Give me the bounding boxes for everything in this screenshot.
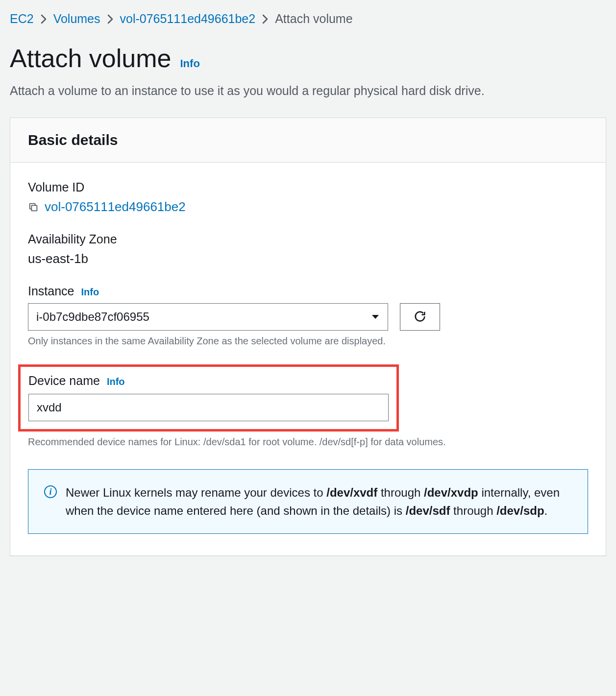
device-name-label: Device name — [28, 374, 100, 388]
instance-info-link[interactable]: Info — [81, 287, 99, 298]
info-callout: i Newer Linux kernels may rename your de… — [28, 469, 588, 534]
chevron-right-icon — [262, 14, 268, 24]
chevron-right-icon — [41, 14, 47, 24]
device-name-field: Device name Info Recommended device name… — [28, 364, 588, 448]
device-name-highlight: Device name Info — [18, 364, 399, 432]
volume-id-label: Volume ID — [28, 180, 588, 194]
copy-icon[interactable] — [28, 202, 39, 213]
basic-details-panel: Basic details Volume ID vol-0765111ed496… — [10, 118, 606, 556]
page-title-info-link[interactable]: Info — [180, 57, 200, 70]
availability-zone-label: Availability Zone — [28, 232, 588, 246]
refresh-icon — [413, 310, 427, 325]
breadcrumb-volumes[interactable]: Volumes — [53, 12, 100, 26]
panel-header: Basic details — [10, 118, 606, 163]
panel-title: Basic details — [28, 132, 588, 148]
svg-rect-0 — [31, 205, 37, 211]
page-title: Attach volume — [10, 44, 172, 73]
breadcrumb-current: Attach volume — [275, 12, 352, 26]
device-name-input[interactable] — [28, 394, 389, 421]
volume-id-field: Volume ID vol-0765111ed49661be2 — [28, 180, 588, 215]
instance-select[interactable] — [28, 303, 388, 331]
breadcrumb-ec2[interactable]: EC2 — [10, 12, 34, 26]
availability-zone-field: Availability Zone us-east-1b — [28, 232, 588, 266]
volume-id-value[interactable]: vol-0765111ed49661be2 — [45, 199, 186, 215]
refresh-button[interactable] — [400, 303, 440, 331]
breadcrumb-volume-id[interactable]: vol-0765111ed49661be2 — [120, 12, 256, 26]
instance-select-input[interactable] — [28, 303, 388, 331]
chevron-right-icon — [107, 14, 113, 24]
device-name-info-link[interactable]: Info — [107, 376, 125, 387]
instance-helper: Only instances in the same Availability … — [28, 336, 588, 347]
instance-field: Instance Info On — [28, 284, 588, 347]
device-name-helper: Recommended device names for Linux: /dev… — [28, 436, 588, 448]
page-description: Attach a volume to an instance to use it… — [10, 84, 606, 98]
info-icon: i — [44, 485, 57, 498]
instance-label: Instance — [28, 284, 74, 298]
availability-zone-value: us-east-1b — [28, 251, 88, 266]
callout-text: Newer Linux kernels may rename your devi… — [66, 483, 572, 520]
breadcrumb: EC2 Volumes vol-0765111ed49661be2 Attach… — [10, 12, 606, 26]
